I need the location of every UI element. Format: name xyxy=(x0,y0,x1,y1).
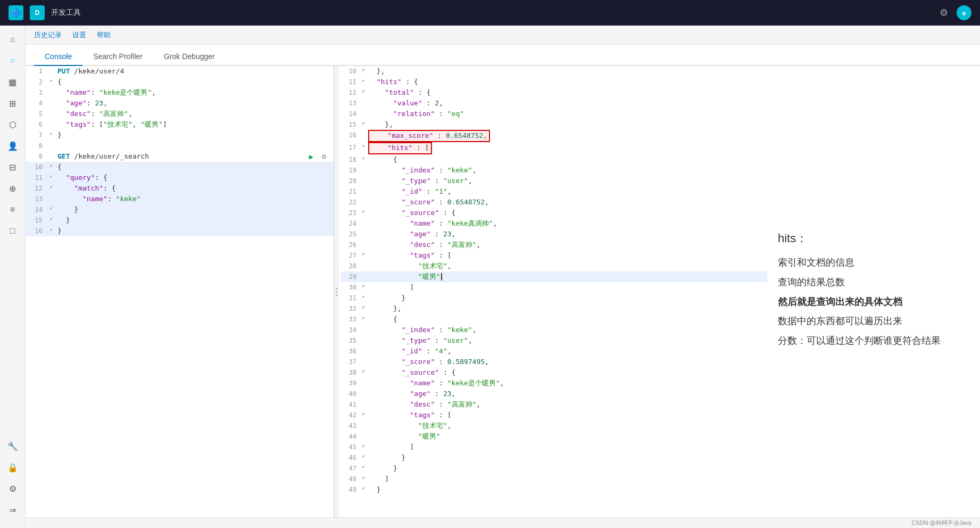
rline: 18 ▾ { xyxy=(340,154,767,165)
sidebar-item-tool[interactable]: 🔧 xyxy=(3,436,22,456)
code-line: 13 "name": "keke" xyxy=(26,194,334,204)
footer-bar: CSDN @柯柯不会Java xyxy=(26,517,980,528)
left-editor-panel: 1 PUT /keke/user/4 2 ▾ { 3 "name": xyxy=(26,66,334,517)
rline: 13 "value" : 2, xyxy=(340,98,767,109)
kibana-icon: 🔷 xyxy=(11,8,21,18)
rline: 21 "_id" : "1", xyxy=(340,186,767,197)
sidebar: ⌂ ○ ▦ ⊞ ⬡ 👤 ⊟ ⊕ ≡ □ 🔧 🔒 ⚙ ⇒ xyxy=(0,26,26,528)
rline: 12 ▾ "total" : { xyxy=(340,87,767,98)
annotation-item-4: 数据中的东西都可以遍历出来 xyxy=(778,314,969,329)
code-line: 3 "name": "keke是个暖男", xyxy=(26,87,334,98)
divider-dot xyxy=(336,291,337,293)
rline: 42 ▾ "tags" : [ xyxy=(340,410,767,420)
sidebar-item-search[interactable]: ○ xyxy=(3,51,22,70)
rline: 11 ▾ "hits" : { xyxy=(340,77,767,87)
top-bar: 🔷 D 开发工具 ⚙ e xyxy=(0,0,980,26)
page-title: 开发工具 xyxy=(51,8,81,18)
left-code-editor[interactable]: 1 PUT /keke/user/4 2 ▾ { 3 "name": xyxy=(26,66,334,517)
annotation-panel: hits： 索引和文档的信息 查询的结果总数 然后就是查询出来的具体文档 数据中… xyxy=(767,66,980,517)
copy-button[interactable]: ⚙ xyxy=(319,151,329,162)
rline: 39 "name" : "keke是个暖男", xyxy=(340,378,767,389)
user-avatar[interactable]: e xyxy=(957,5,971,20)
sidebar-item-home[interactable]: ⌂ xyxy=(3,30,22,49)
nav-history[interactable]: 历史记录 xyxy=(34,30,62,40)
divider-dot xyxy=(336,294,337,296)
sidebar-bottom: 🔧 🔒 ⚙ ⇒ xyxy=(3,436,22,524)
rline-hits-array: 17 ▾ "hits" : [ xyxy=(340,142,767,154)
right-panel: 10 ▾ }, 11 ▾ "hits" : { 12 ▾ "total" : { xyxy=(338,66,980,517)
tab-bar: Console Search Profiler Grok Debugger xyxy=(26,45,980,66)
sidebar-item-visualize[interactable]: ⊞ xyxy=(3,94,22,113)
content-area: 历史记录 设置 帮助 Console Search Profiler Grok … xyxy=(26,26,980,528)
rline: 22 "_score" : 0.6548752, xyxy=(340,197,767,208)
rline: 20 "_type" : "user", xyxy=(340,176,767,186)
rline: 30 ▾ ] xyxy=(340,282,767,293)
code-line: 4 "age": 23, xyxy=(26,98,334,109)
sidebar-item-calendar[interactable]: □ xyxy=(3,221,22,241)
tab-grok-debugger[interactable]: Grok Debugger xyxy=(153,48,226,66)
divider-dot xyxy=(336,288,337,290)
rline: 40 "age" : 23, xyxy=(340,389,767,399)
code-line: 6 "tags": ["技术宅", "暖男"] xyxy=(26,119,334,130)
rline: 26 "desc" : "高富帅", xyxy=(340,240,767,250)
sidebar-item-arrow[interactable]: ⇒ xyxy=(3,500,22,519)
code-line: 12 ▾ "match": { xyxy=(26,183,334,194)
settings-icon[interactable]: ⚙ xyxy=(940,7,948,19)
tab-search-profiler[interactable]: Search Profiler xyxy=(82,48,153,66)
code-line: 10 ▾ { xyxy=(26,162,334,172)
code-line: 11 ▾ "query": { xyxy=(26,172,334,183)
nav-help[interactable]: 帮助 xyxy=(97,30,111,40)
annotation-item-1: 索引和文档的信息 xyxy=(778,255,969,270)
rline-cursor: 29 "暖男" xyxy=(340,271,767,282)
sidebar-item-person[interactable]: 👤 xyxy=(3,136,22,155)
nav-bar: 历史记录 设置 帮助 xyxy=(26,26,980,45)
main-layout: ⌂ ○ ▦ ⊞ ⬡ 👤 ⊟ ⊕ ≡ □ 🔧 🔒 ⚙ ⇒ 历史记录 设置 帮助 C… xyxy=(0,26,980,528)
rline: 10 ▾ }, xyxy=(340,66,767,77)
rline: 45 ▾ ] xyxy=(340,442,767,452)
code-line: 7 ▾ } xyxy=(26,130,334,141)
run-button[interactable]: ▶ xyxy=(306,151,317,162)
rline: 34 "_index" : "keke", xyxy=(340,325,767,335)
top-bar-right: ⚙ e xyxy=(940,5,971,20)
sidebar-item-list[interactable]: ≡ xyxy=(3,200,22,219)
code-line: 8 xyxy=(26,141,334,151)
annotation-item-2: 查询的结果总数 xyxy=(778,275,969,290)
code-line: 2 ▾ { xyxy=(26,77,334,87)
rline: 25 "age" : 23, xyxy=(340,229,767,240)
rline: 47 ▾ } xyxy=(340,463,767,474)
rline: 48 ▾ ] xyxy=(340,474,767,484)
footer-text: CSDN @柯柯不会Java xyxy=(911,519,971,527)
code-line-9: 9 GET /keke/user/_search ▶ ⚙ xyxy=(26,151,334,162)
rline: 43 "技术宅", xyxy=(340,420,767,431)
rline: 28 "技术宅", xyxy=(340,261,767,271)
right-code-editor[interactable]: 10 ▾ }, 11 ▾ "hits" : { 12 ▾ "total" : { xyxy=(338,66,767,517)
rline: 15 ▾ }, xyxy=(340,119,767,130)
rline: 23 ▾ "_source" : { xyxy=(340,208,767,218)
sidebar-item-dashboard[interactable]: ▦ xyxy=(3,72,22,92)
sidebar-item-grid[interactable]: ⊟ xyxy=(3,158,22,177)
sidebar-item-bookmark[interactable]: ⊕ xyxy=(3,179,22,198)
rline: 49 ▾ } xyxy=(340,484,767,495)
sidebar-item-security[interactable]: 🔒 xyxy=(3,458,22,477)
dev-tools-badge: D xyxy=(30,5,45,20)
tab-console[interactable]: Console xyxy=(34,48,82,66)
annotation-item-5: 分数：可以通过这个判断谁更符合结果 xyxy=(778,333,969,349)
rline: 27 ▾ "tags" : [ xyxy=(340,250,767,261)
rline: 35 "_type" : "user", xyxy=(340,335,767,346)
nav-settings[interactable]: 设置 xyxy=(72,30,86,40)
sidebar-item-database[interactable]: ⬡ xyxy=(3,115,22,134)
code-line: 16 ▾ } xyxy=(26,226,334,236)
rline: 33 ▾ { xyxy=(340,314,767,325)
rline-max-score: 16 "max_score" : 0.6548752, xyxy=(340,130,767,142)
line-actions: ▶ ⚙ xyxy=(306,151,334,162)
rline: 38 ▾ "_source" : { xyxy=(340,367,767,378)
panel-divider[interactable] xyxy=(334,66,338,517)
code-line: 5 "desc": "高富帅", xyxy=(26,109,334,119)
rline: 19 "_index" : "keke", xyxy=(340,165,767,176)
annotation-title: hits： xyxy=(778,230,969,246)
rline: 37 "_score" : 0.5897495, xyxy=(340,357,767,367)
sidebar-item-settings[interactable]: ⚙ xyxy=(3,479,22,498)
rline: 41 "desc" : "高富帅", xyxy=(340,399,767,410)
code-line: 14 ▾ } xyxy=(26,204,334,215)
annotation-item-3: 然后就是查询出来的具体文档 xyxy=(778,294,969,310)
